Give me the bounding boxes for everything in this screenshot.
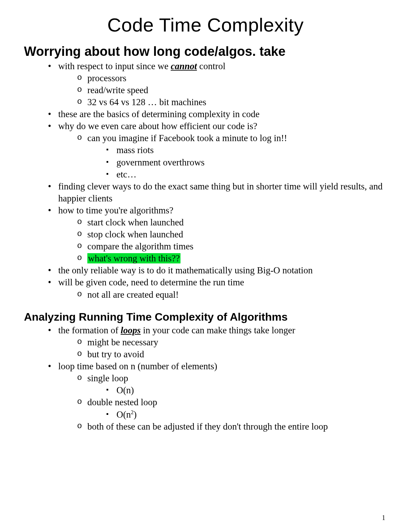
text: the formation of	[58, 325, 121, 335]
emphasized-text: loops	[121, 325, 141, 335]
text: double nested loop	[87, 397, 157, 407]
text: O(n	[116, 409, 131, 420]
list-item: both of these can be adjusted if they do…	[77, 421, 387, 433]
text: how to time you're algorithms?	[58, 205, 173, 215]
list-item: compare the algorithm times	[77, 240, 387, 252]
text: with respect to input since we	[58, 61, 171, 71]
text: why do we even care about how efficient …	[58, 121, 257, 131]
text: single loop	[87, 373, 128, 383]
document-page: Code Time Complexity Worrying about how …	[0, 0, 411, 532]
list-item: start clock when launched	[77, 216, 387, 228]
list-item: not all are created equal!	[77, 289, 387, 301]
list-item: O(n2)	[106, 409, 387, 421]
list-item: with respect to input since we cannot co…	[48, 60, 387, 108]
list-item: will be given code, need to determine th…	[48, 276, 387, 300]
superscript: 2	[131, 409, 134, 416]
sublist: single loop O(n) double nested loop O(n2…	[58, 372, 387, 432]
list-item: etc…	[106, 169, 387, 181]
list-item: double nested loop O(n2)	[77, 396, 387, 420]
list-item: might be necessary	[77, 336, 387, 348]
sublist: mass riots government overthrows etc…	[87, 144, 387, 180]
sublist: O(n2)	[87, 409, 387, 421]
document-title: Code Time Complexity	[24, 14, 387, 36]
list-item: government overthrows	[106, 157, 387, 169]
section-1-list: with respect to input since we cannot co…	[24, 60, 387, 301]
text: will be given code, need to determine th…	[58, 277, 244, 287]
list-item: processors	[77, 72, 387, 84]
text: can you imagine if Facebook took a minut…	[87, 133, 287, 143]
list-item: the only reliable way is to do it mathem…	[48, 264, 387, 276]
list-item: the formation of loops in your code can …	[48, 324, 387, 360]
sublist: can you imagine if Facebook took a minut…	[58, 132, 387, 180]
list-item: finding clever ways to do the exact same…	[48, 181, 387, 205]
sublist: processors read/write speed 32 vs 64 vs …	[58, 72, 387, 108]
list-item: but try to avoid	[77, 348, 387, 360]
highlighted-text: what's wrong with this??	[87, 253, 180, 263]
sublist: O(n)	[87, 384, 387, 396]
list-item: read/write speed	[77, 84, 387, 96]
section-2-list: the formation of loops in your code can …	[24, 324, 387, 433]
list-item: stop clock when launched	[77, 228, 387, 240]
text: in your code can make things take longer	[141, 325, 295, 335]
text: )	[134, 409, 137, 420]
list-item: loop time based on n (number of elements…	[48, 360, 387, 433]
list-item: single loop O(n)	[77, 372, 387, 396]
emphasized-text: cannot	[171, 61, 197, 71]
list-item: 32 vs 64 vs 128 … bit machines	[77, 96, 387, 108]
sublist: start clock when launched stop clock whe…	[58, 216, 387, 264]
page-number: 1	[382, 514, 385, 522]
list-item: how to time you're algorithms? start clo…	[48, 205, 387, 264]
text: loop time based on n (number of elements…	[58, 361, 217, 371]
sublist: not all are created equal!	[58, 289, 387, 301]
list-item: O(n)	[106, 384, 387, 396]
list-item: can you imagine if Facebook took a minut…	[77, 132, 387, 180]
section-1-heading: Worrying about how long code/algos. take	[24, 45, 387, 59]
list-item: what's wrong with this??	[77, 252, 387, 264]
sublist: might be necessary but try to avoid	[58, 336, 387, 360]
list-item: why do we even care about how efficient …	[48, 120, 387, 180]
section-2-heading: Analyzing Running Time Complexity of Alg…	[24, 311, 387, 323]
list-item: these are the basics of determining comp…	[48, 108, 387, 120]
list-item: mass riots	[106, 144, 387, 156]
text: control	[197, 61, 225, 71]
